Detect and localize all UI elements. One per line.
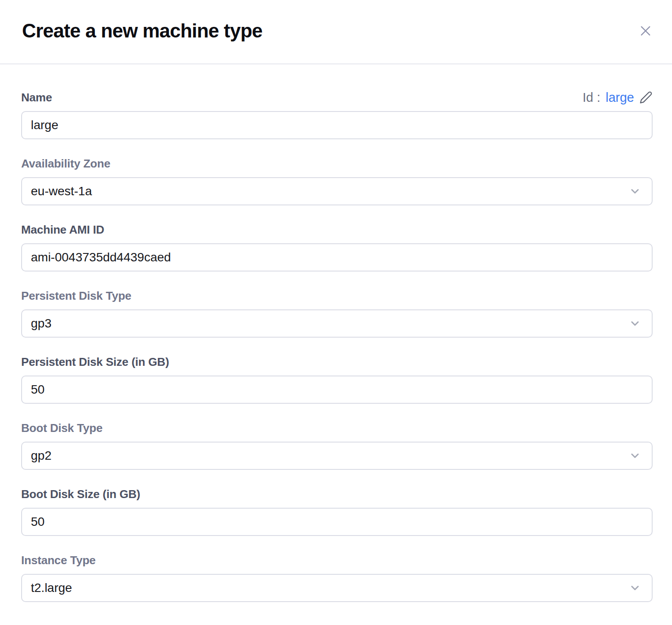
machine-ami-id-input[interactable] xyxy=(21,243,653,272)
instance-type-label: Instance Type xyxy=(21,554,96,567)
close-icon xyxy=(638,33,653,39)
chevron-down-icon xyxy=(629,317,641,330)
boot-disk-type-select[interactable]: gp2 xyxy=(21,442,653,470)
boot-disk-size-label: Boot Disk Size (in GB) xyxy=(21,487,140,501)
boot-disk-size-input[interactable] xyxy=(21,508,653,536)
field-boot-disk-size: Boot Disk Size (in GB) xyxy=(21,487,653,536)
pencil-icon xyxy=(639,99,653,105)
modal-body: Name Id : large Availa xyxy=(0,64,672,602)
availability-zone-select[interactable]: eu-west-1a xyxy=(21,177,653,205)
name-input[interactable] xyxy=(21,111,653,139)
persistent-disk-size-label: Persistent Disk Size (in GB) xyxy=(21,355,169,368)
edit-id-button[interactable] xyxy=(639,91,653,104)
field-availability-zone: Availability Zone eu-west-1a xyxy=(21,157,653,205)
field-machine-ami-id: Machine AMI ID xyxy=(21,223,653,272)
close-button[interactable] xyxy=(638,24,653,38)
persistent-disk-size-input[interactable] xyxy=(21,376,653,404)
persistent-disk-type-select[interactable]: gp3 xyxy=(21,309,653,338)
create-machine-type-modal: Create a new machine type Name Id : larg… xyxy=(0,0,672,625)
page-title: Create a new machine type xyxy=(22,19,262,42)
availability-zone-value: eu-west-1a xyxy=(31,184,92,198)
chevron-down-icon xyxy=(629,582,641,594)
machine-id-value: large xyxy=(606,90,635,105)
modal-header: Create a new machine type xyxy=(0,0,672,64)
field-instance-type: Instance Type t2.large xyxy=(21,554,653,602)
persistent-disk-type-value: gp3 xyxy=(31,316,52,331)
boot-disk-type-value: gp2 xyxy=(31,449,52,463)
field-boot-disk-type: Boot Disk Type gp2 xyxy=(21,421,653,470)
chevron-down-icon xyxy=(629,185,641,197)
field-persistent-disk-type: Persistent Disk Type gp3 xyxy=(21,289,653,338)
field-persistent-disk-size: Persistent Disk Size (in GB) xyxy=(21,355,653,404)
machine-id-label: Id : xyxy=(582,90,600,105)
chevron-down-icon xyxy=(629,450,641,462)
machine-id-row: Id : large xyxy=(582,90,653,105)
availability-zone-label: Availability Zone xyxy=(21,157,110,170)
boot-disk-type-label: Boot Disk Type xyxy=(21,421,103,435)
name-label: Name xyxy=(21,91,52,104)
machine-ami-id-label: Machine AMI ID xyxy=(21,223,104,236)
persistent-disk-type-label: Persistent Disk Type xyxy=(21,289,131,302)
field-name: Name Id : large xyxy=(21,91,653,139)
instance-type-select[interactable]: t2.large xyxy=(21,574,653,602)
instance-type-value: t2.large xyxy=(31,581,72,595)
